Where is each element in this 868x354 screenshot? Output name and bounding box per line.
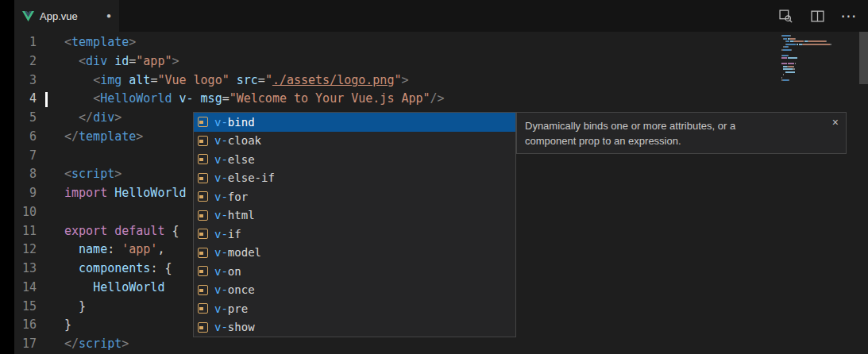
code-line[interactable]: 1<template>: [14, 33, 445, 52]
code-line[interactable]: 17</script>: [14, 335, 445, 354]
suggestion-match: v-: [214, 190, 228, 203]
suggestion-label: html: [228, 209, 255, 221]
property-icon: [198, 229, 208, 239]
code-text[interactable]: }: [64, 298, 86, 317]
suggestion-match: v-: [214, 228, 228, 240]
line-number: 1: [14, 33, 37, 52]
property-icon: [198, 285, 208, 295]
property-icon: [198, 173, 208, 183]
minimap[interactable]: [781, 35, 861, 83]
suggestion-label: for: [228, 190, 248, 203]
code-text[interactable]: }: [64, 316, 71, 335]
line-number: 3: [14, 71, 37, 90]
line-number: 15: [14, 298, 37, 317]
suggest-docs-panel: Dynamically binds one or more attributes…: [516, 112, 847, 154]
vue-logo-icon: [22, 11, 34, 21]
suggestion-item[interactable]: v-pre: [194, 299, 515, 318]
line-number: 5: [14, 109, 37, 128]
code-text[interactable]: <HelloWorld v- msg="Welcome to Your Vue.…: [64, 90, 445, 109]
suggestion-label: if: [228, 228, 241, 240]
code-text[interactable]: import HelloWorld: [64, 184, 187, 203]
tab-bar: [0, 0, 868, 32]
code-line[interactable]: 4 <HelloWorld v- msg="Welcome to Your Vu…: [14, 90, 445, 109]
code-text[interactable]: </script>: [64, 335, 129, 354]
suggestion-item[interactable]: v-model: [194, 244, 515, 263]
code-line[interactable]: 2 <div id="app">: [14, 52, 445, 71]
code-text[interactable]: HelloWorld: [64, 279, 164, 298]
line-number: 9: [14, 184, 37, 203]
suggestion-item[interactable]: v-for: [194, 187, 515, 206]
suggestion-match: v-: [214, 209, 228, 221]
code-text[interactable]: <img alt="Vue logo" src="./assets/logo.p…: [64, 71, 409, 90]
suggestion-label: else-if: [228, 171, 275, 184]
suggestion-match: v-: [214, 265, 228, 278]
code-text[interactable]: </template>: [64, 128, 143, 147]
line-number: 6: [14, 128, 37, 147]
editor-actions: ⋯: [777, 0, 857, 32]
property-icon: [198, 266, 208, 276]
code-text[interactable]: name: 'app',: [64, 240, 164, 260]
suggestion-item[interactable]: v-if: [194, 225, 515, 244]
line-number: 8: [14, 165, 37, 184]
suggestion-item[interactable]: v-bind: [194, 113, 515, 132]
tab-app-vue[interactable]: App.vue ●: [14, 0, 119, 32]
suggestion-label: model: [228, 246, 261, 259]
property-icon: [198, 136, 208, 146]
suggestion-match: v-: [214, 283, 228, 296]
line-number: 10: [14, 203, 37, 222]
scrollbar-thumb[interactable]: [859, 32, 868, 84]
suggestion-item[interactable]: v-else-if: [194, 169, 515, 188]
split-editor-icon[interactable]: [809, 8, 825, 24]
property-icon: [198, 248, 208, 258]
suggestion-match: v-: [214, 134, 228, 147]
cursor: [45, 92, 48, 107]
suggestion-item[interactable]: v-html: [194, 206, 515, 225]
suggestion-item[interactable]: v-on: [194, 262, 515, 281]
code-text[interactable]: <template>: [64, 33, 136, 52]
line-number: 11: [14, 222, 37, 241]
suggest-widget: v-bindv-cloakv-elsev-else-ifv-forv-htmlv…: [193, 112, 516, 337]
line-number: 12: [14, 240, 37, 260]
suggest-list: v-bindv-cloakv-elsev-else-ifv-forv-htmlv…: [194, 113, 515, 337]
suggestion-match: v-: [214, 302, 228, 315]
property-icon: [198, 303, 208, 314]
suggestion-match: v-: [214, 246, 228, 259]
suggestion-label: pre: [228, 302, 248, 315]
property-icon: [198, 117, 208, 127]
suggestion-label: else: [228, 153, 255, 166]
suggestion-match: v-: [214, 171, 228, 184]
property-icon: [198, 154, 208, 164]
suggestion-match: v-: [214, 321, 228, 333]
suggestion-item[interactable]: v-else: [194, 150, 515, 169]
suggestion-label: bind: [228, 116, 255, 129]
line-number: 13: [14, 260, 37, 279]
more-actions-icon[interactable]: ⋯: [841, 8, 857, 24]
code-line[interactable]: 3 <img alt="Vue logo" src="./assets/logo…: [14, 71, 445, 90]
code-text[interactable]: </div>: [64, 109, 122, 128]
suggestion-match: v-: [214, 116, 228, 129]
tab-title: App.vue: [40, 10, 78, 22]
code-text[interactable]: <script>: [64, 165, 122, 184]
line-number: 14: [14, 279, 37, 298]
suggestion-item[interactable]: v-cloak: [194, 132, 515, 151]
line-number: 7: [14, 147, 37, 166]
more-actions-glyph: ⋯: [841, 8, 858, 24]
modified-dot-icon[interactable]: ●: [106, 12, 111, 20]
suggestion-label: cloak: [228, 134, 261, 147]
line-number: 2: [14, 52, 37, 71]
open-preview-icon[interactable]: [777, 8, 793, 24]
vscode-editor-window: App.vue ● ⋯ 1<template>2 <div id="app">3…: [0, 0, 868, 354]
suggestion-item[interactable]: v-once: [194, 281, 515, 300]
code-text[interactable]: export default {: [64, 222, 179, 241]
suggestion-label: on: [228, 265, 241, 278]
suggestion-item[interactable]: v-show: [194, 318, 515, 337]
property-icon: [198, 191, 208, 202]
code-text[interactable]: <div id="app">: [64, 52, 179, 71]
line-number: 17: [14, 335, 37, 354]
line-number: 4: [14, 90, 37, 109]
property-icon: [198, 322, 208, 333]
close-icon[interactable]: ×: [832, 115, 839, 130]
line-number: 16: [14, 316, 37, 335]
code-text[interactable]: components: {: [64, 260, 172, 279]
suggestion-label: show: [228, 321, 255, 333]
